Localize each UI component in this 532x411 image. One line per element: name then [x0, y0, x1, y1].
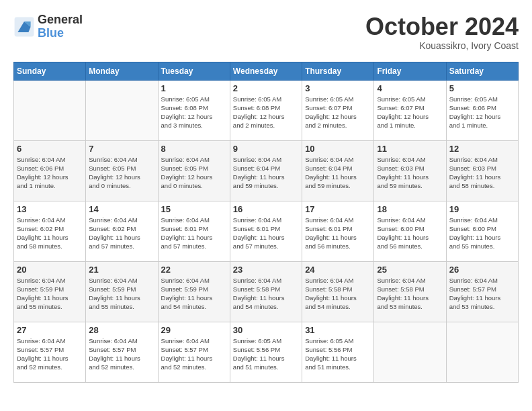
calendar-cell: 31Sunrise: 6:05 AM Sunset: 5:56 PM Dayli…: [302, 322, 374, 382]
day-info: Sunrise: 6:04 AM Sunset: 6:05 PM Dayligh…: [161, 155, 227, 191]
day-number: 3: [305, 83, 371, 93]
day-info: Sunrise: 6:05 AM Sunset: 6:07 PM Dayligh…: [377, 95, 443, 130]
calendar-cell: 6Sunrise: 6:04 AM Sunset: 6:06 PM Daylig…: [14, 140, 86, 201]
day-number: 29: [161, 325, 227, 335]
day-info: Sunrise: 6:05 AM Sunset: 6:08 PM Dayligh…: [161, 95, 227, 130]
day-info: Sunrise: 6:04 AM Sunset: 6:01 PM Dayligh…: [305, 216, 371, 251]
header-friday: Friday: [374, 62, 446, 80]
day-number: 20: [17, 265, 83, 275]
calendar-cell: [446, 322, 518, 382]
calendar-cell: 3Sunrise: 6:05 AM Sunset: 6:07 PM Daylig…: [302, 80, 374, 140]
week-row-3: 20Sunrise: 6:04 AM Sunset: 5:59 PM Dayli…: [14, 261, 519, 322]
day-info: Sunrise: 6:04 AM Sunset: 6:00 PM Dayligh…: [449, 216, 515, 251]
week-row-0: 1Sunrise: 6:05 AM Sunset: 6:08 PM Daylig…: [14, 80, 519, 140]
day-number: 11: [377, 144, 443, 154]
logo: General Blue: [13, 13, 83, 40]
header-row: SundayMondayTuesdayWednesdayThursdayFrid…: [14, 62, 519, 80]
day-number: 24: [305, 265, 371, 275]
day-info: Sunrise: 6:04 AM Sunset: 6:02 PM Dayligh…: [89, 216, 154, 251]
logo-general-text: General: [38, 13, 83, 27]
day-info: Sunrise: 6:04 AM Sunset: 5:58 PM Dayligh…: [305, 276, 371, 312]
day-info: Sunrise: 6:04 AM Sunset: 5:57 PM Dayligh…: [449, 276, 515, 312]
header-tuesday: Tuesday: [158, 62, 230, 80]
week-row-1: 6Sunrise: 6:04 AM Sunset: 6:06 PM Daylig…: [14, 140, 519, 201]
day-number: 18: [377, 204, 443, 214]
day-number: 12: [449, 144, 515, 154]
day-info: Sunrise: 6:04 AM Sunset: 6:06 PM Dayligh…: [17, 155, 83, 191]
calendar-cell: 8Sunrise: 6:04 AM Sunset: 6:05 PM Daylig…: [158, 140, 230, 201]
day-number: 28: [89, 325, 154, 335]
logo-blue-text: Blue: [38, 27, 83, 40]
location: Kouassikro, Ivory Coast: [365, 40, 519, 51]
calendar-cell: 24Sunrise: 6:04 AM Sunset: 5:58 PM Dayli…: [302, 261, 374, 322]
calendar-cell: 28Sunrise: 6:04 AM Sunset: 5:57 PM Dayli…: [86, 322, 158, 382]
calendar-cell: 29Sunrise: 6:04 AM Sunset: 5:57 PM Dayli…: [158, 322, 230, 382]
calendar-cell: 11Sunrise: 6:04 AM Sunset: 6:03 PM Dayli…: [374, 140, 446, 201]
day-number: 31: [305, 325, 371, 335]
day-number: 19: [449, 204, 515, 214]
calendar-cell: [374, 322, 446, 382]
day-number: 7: [89, 144, 154, 154]
calendar-cell: 16Sunrise: 6:04 AM Sunset: 6:01 PM Dayli…: [230, 201, 302, 261]
day-number: 13: [17, 204, 83, 214]
week-row-2: 13Sunrise: 6:04 AM Sunset: 6:02 PM Dayli…: [14, 201, 519, 261]
calendar-cell: 18Sunrise: 6:04 AM Sunset: 6:00 PM Dayli…: [374, 201, 446, 261]
calendar-cell: 17Sunrise: 6:04 AM Sunset: 6:01 PM Dayli…: [302, 201, 374, 261]
day-info: Sunrise: 6:04 AM Sunset: 6:02 PM Dayligh…: [17, 216, 83, 251]
day-info: Sunrise: 6:04 AM Sunset: 5:59 PM Dayligh…: [17, 276, 83, 312]
calendar-cell: 1Sunrise: 6:05 AM Sunset: 6:08 PM Daylig…: [158, 80, 230, 140]
calendar-cell: 15Sunrise: 6:04 AM Sunset: 6:01 PM Dayli…: [158, 201, 230, 261]
month-title: October 2024: [365, 13, 519, 40]
header-sunday: Sunday: [14, 62, 86, 80]
day-number: 23: [233, 265, 299, 275]
day-number: 5: [449, 83, 515, 93]
calendar-cell: 10Sunrise: 6:04 AM Sunset: 6:04 PM Dayli…: [302, 140, 374, 201]
day-info: Sunrise: 6:05 AM Sunset: 6:07 PM Dayligh…: [305, 95, 371, 130]
header-wednesday: Wednesday: [230, 62, 302, 80]
calendar-cell: 4Sunrise: 6:05 AM Sunset: 6:07 PM Daylig…: [374, 80, 446, 140]
day-number: 1: [161, 83, 227, 93]
calendar-cell: 23Sunrise: 6:04 AM Sunset: 5:58 PM Dayli…: [230, 261, 302, 322]
calendar-cell: 21Sunrise: 6:04 AM Sunset: 5:59 PM Dayli…: [86, 261, 158, 322]
calendar-cell: 13Sunrise: 6:04 AM Sunset: 6:02 PM Dayli…: [14, 201, 86, 261]
day-info: Sunrise: 6:04 AM Sunset: 6:05 PM Dayligh…: [89, 155, 154, 191]
day-info: Sunrise: 6:04 AM Sunset: 6:03 PM Dayligh…: [377, 155, 443, 191]
day-info: Sunrise: 6:04 AM Sunset: 5:58 PM Dayligh…: [233, 276, 299, 312]
calendar-cell: 14Sunrise: 6:04 AM Sunset: 6:02 PM Dayli…: [86, 201, 158, 261]
calendar-cell: 2Sunrise: 6:05 AM Sunset: 6:08 PM Daylig…: [230, 80, 302, 140]
calendar-cell: 26Sunrise: 6:04 AM Sunset: 5:57 PM Dayli…: [446, 261, 518, 322]
day-info: Sunrise: 6:04 AM Sunset: 5:59 PM Dayligh…: [89, 276, 154, 312]
day-number: 25: [377, 265, 443, 275]
calendar-cell: 30Sunrise: 6:05 AM Sunset: 5:56 PM Dayli…: [230, 322, 302, 382]
day-info: Sunrise: 6:04 AM Sunset: 5:57 PM Dayligh…: [17, 336, 83, 372]
day-number: 22: [161, 265, 227, 275]
title-section: October 2024 Kouassikro, Ivory Coast: [365, 13, 519, 51]
calendar-table: SundayMondayTuesdayWednesdayThursdayFrid…: [13, 62, 519, 383]
calendar-cell: 22Sunrise: 6:04 AM Sunset: 5:59 PM Dayli…: [158, 261, 230, 322]
calendar-cell: 9Sunrise: 6:04 AM Sunset: 6:04 PM Daylig…: [230, 140, 302, 201]
header-monday: Monday: [86, 62, 158, 80]
calendar-cell: [14, 80, 86, 140]
day-info: Sunrise: 6:04 AM Sunset: 6:04 PM Dayligh…: [233, 155, 299, 191]
day-info: Sunrise: 6:04 AM Sunset: 5:58 PM Dayligh…: [377, 276, 443, 312]
header-saturday: Saturday: [446, 62, 518, 80]
day-info: Sunrise: 6:04 AM Sunset: 6:03 PM Dayligh…: [449, 155, 515, 191]
week-row-4: 27Sunrise: 6:04 AM Sunset: 5:57 PM Dayli…: [14, 322, 519, 382]
day-info: Sunrise: 6:04 AM Sunset: 6:00 PM Dayligh…: [377, 216, 443, 251]
day-number: 16: [233, 204, 299, 214]
calendar-cell: 25Sunrise: 6:04 AM Sunset: 5:58 PM Dayli…: [374, 261, 446, 322]
calendar-cell: 19Sunrise: 6:04 AM Sunset: 6:00 PM Dayli…: [446, 201, 518, 261]
day-info: Sunrise: 6:04 AM Sunset: 6:01 PM Dayligh…: [233, 216, 299, 251]
day-number: 9: [233, 144, 299, 154]
day-info: Sunrise: 6:04 AM Sunset: 6:01 PM Dayligh…: [161, 216, 227, 251]
calendar-cell: 20Sunrise: 6:04 AM Sunset: 5:59 PM Dayli…: [14, 261, 86, 322]
calendar-cell: 12Sunrise: 6:04 AM Sunset: 6:03 PM Dayli…: [446, 140, 518, 201]
logo-icon: [13, 16, 35, 38]
day-number: 21: [89, 265, 154, 275]
day-number: 6: [17, 144, 83, 154]
day-number: 8: [161, 144, 227, 154]
day-number: 4: [377, 83, 443, 93]
day-number: 17: [305, 204, 371, 214]
calendar-cell: 5Sunrise: 6:05 AM Sunset: 6:06 PM Daylig…: [446, 80, 518, 140]
day-info: Sunrise: 6:05 AM Sunset: 6:06 PM Dayligh…: [449, 95, 515, 130]
